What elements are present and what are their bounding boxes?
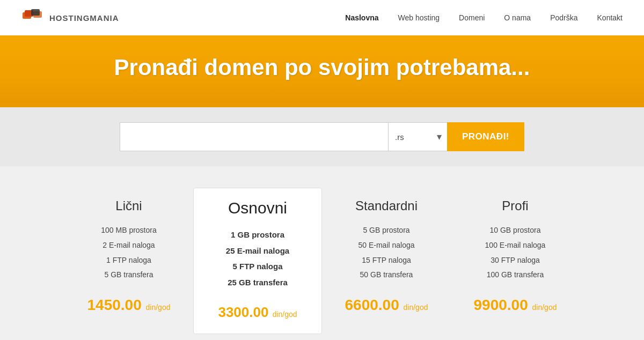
chevron-down-icon: ▾ [437,131,442,143]
plan-features-licni: 100 MB prostora 2 E-mail naloga 1 FTP na… [101,224,157,282]
hero-section: Pronađi domen po svojim potrebama... [0,35,644,107]
plan-card-standardni: Standardni 5 GB prostora 50 E-mail nalog… [322,188,451,334]
plan-features-profi: 10 GB prostora 100 E-mail naloga 30 FTP … [485,224,546,282]
plan-name-standardni: Standardni [355,198,418,213]
nav-item-o-nama[interactable]: O nama [504,13,531,23]
plan-feature: 15 FTP naloga [358,254,414,267]
plan-feature: 5 FTP naloga [226,260,289,274]
domain-select[interactable]: .rs .com .net .org [395,132,426,142]
plan-feature: 50 E-mail naloga [358,239,414,252]
hero-title: Pronađi domen po svojim potrebama... [11,55,633,80]
nav-item-kontakt[interactable]: Kontakt [597,13,623,23]
nav-links: Naslovna Web hosting Domeni O nama Podrš… [345,13,623,23]
nav-link-web-hosting[interactable]: Web hosting [398,13,440,22]
plan-card-osnovni: Osnovni 1 GB prostora 25 E-mail naloga 5… [193,188,322,334]
domain-search-input[interactable] [120,122,388,151]
plan-feature: 1 GB prostora [226,228,289,242]
plan-price-licni: 1450.00 din/god [87,297,171,314]
plan-price-profi: 9900.00 din/god [474,297,557,314]
logo-text: HOSTINGMANIA [49,13,119,23]
plan-feature: 25 E-mail naloga [226,244,289,258]
pricing-section: Lični 100 MB prostora 2 E-mail naloga 1 … [0,166,644,340]
nav-item-podrska[interactable]: Podrška [550,13,577,23]
nav-link-kontakt[interactable]: Kontakt [597,13,623,22]
plan-feature: 1 FTP naloga [101,254,157,267]
nav-link-naslovna[interactable]: Naslovna [345,13,378,22]
nav-item-domeni[interactable]: Domeni [459,13,485,23]
plan-feature: 10 GB prostora [485,224,546,237]
plan-card-profi: Profi 10 GB prostora 100 E-mail naloga 3… [451,188,580,334]
search-button[interactable]: PRONAĐI! [447,122,524,151]
nav-link-domeni[interactable]: Domeni [459,13,485,22]
domain-extension-selector[interactable]: .rs .com .net .org ▾ [388,122,447,151]
svg-rect-3 [31,9,40,16]
plan-features-osnovni: 1 GB prostora 25 E-mail naloga 5 FTP nal… [226,228,289,289]
navbar: HOSTINGMANIA Naslovna Web hosting Domeni… [0,0,644,35]
plan-features-standardni: 5 GB prostora 50 E-mail naloga 15 FTP na… [358,224,414,282]
plan-card-licni: Lični 100 MB prostora 2 E-mail naloga 1 … [64,188,193,334]
plan-feature: 25 GB transfera [226,276,289,290]
nav-item-naslovna[interactable]: Naslovna [345,13,378,23]
plan-name-licni: Lični [115,198,142,213]
plan-feature: 50 GB transfera [358,269,414,282]
nav-link-o-nama[interactable]: O nama [504,13,531,22]
plan-feature: 5 GB transfera [101,269,157,282]
plan-price-osnovni: 3300.00 din/god [218,304,297,321]
search-section: .rs .com .net .org ▾ PRONAĐI! [0,107,644,166]
plan-feature: 2 E-mail naloga [101,239,157,252]
nav-item-web-hosting[interactable]: Web hosting [398,13,440,23]
plan-name-osnovni: Osnovni [228,199,287,217]
plan-feature: 100 GB transfera [485,269,546,282]
logo-icon [21,7,45,28]
plan-name-profi: Profi [502,198,528,213]
nav-link-podrska[interactable]: Podrška [550,13,577,22]
plan-feature: 100 MB prostora [101,224,157,237]
plan-feature: 100 E-mail naloga [485,239,546,252]
plan-feature: 5 GB prostora [358,224,414,237]
plan-feature: 30 FTP naloga [485,254,546,267]
logo[interactable]: HOSTINGMANIA [21,7,119,28]
plan-price-standardni: 6600.00 din/god [345,297,428,314]
